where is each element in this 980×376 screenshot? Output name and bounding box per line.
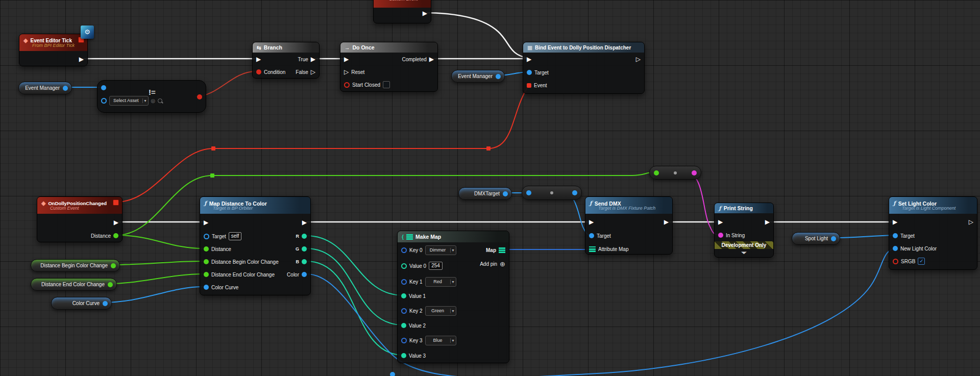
output-pin[interactable] — [103, 301, 108, 306]
value0-pin[interactable] — [401, 263, 407, 269]
key3-dropdown[interactable]: Blue ▾ — [425, 336, 456, 345]
value0-textbox[interactable]: 254 — [429, 262, 443, 270]
node-send-dmx[interactable]: ƒ Send DMX Target is DMX Fixture Patch ▶… — [585, 196, 673, 255]
node-do-once[interactable]: → Do Once ▶ ▶ Completed ▷ Reset Start Cl… — [340, 42, 438, 92]
exec-in-pin[interactable]: ▶ — [718, 219, 723, 225]
add-pin-icon[interactable]: ⊕ — [500, 261, 505, 267]
distance-pin[interactable] — [113, 233, 118, 238]
wire-b-value3[interactable] — [306, 261, 403, 355]
node-custom-event-top[interactable]: Custom Event ▶ — [373, 0, 431, 23]
delegate-pin[interactable] — [113, 199, 119, 206]
node-map-distance-to-color[interactable]: ƒ Map Distance To Color Target is BP Orb… — [200, 196, 311, 295]
wire-distance-mapdist[interactable] — [116, 235, 203, 248]
wire-spotlight-target[interactable] — [833, 235, 897, 238]
g-pin[interactable] — [302, 246, 307, 252]
exec-in-pin[interactable]: ▶ — [344, 56, 349, 62]
key2-dropdown[interactable]: Green ▾ — [425, 306, 456, 316]
collapsed-conv-float-to-string[interactable] — [649, 166, 701, 180]
wire-end-mapdist[interactable] — [108, 274, 203, 284]
target-pin[interactable] — [893, 233, 898, 238]
reroute-point-red-1[interactable] — [211, 146, 215, 151]
wire-curve-mapdist[interactable] — [103, 287, 203, 303]
condition-pin[interactable] — [256, 69, 261, 74]
variable-pill-distance-end[interactable]: Distance End Color Change — [31, 278, 117, 291]
input-a-pin[interactable] — [101, 85, 106, 90]
color-curve-pin[interactable] — [204, 285, 209, 290]
distance-pin[interactable] — [204, 246, 209, 252]
false-exec-pin[interactable]: ▷ — [311, 69, 315, 75]
value3-pin[interactable] — [401, 353, 406, 358]
node-bind-event[interactable]: ▦ Bind Event to Dolly Position Dispatche… — [523, 42, 645, 94]
exec-out-pin[interactable]: ▶ — [664, 219, 669, 225]
output-pin[interactable] — [63, 86, 68, 91]
output-pin[interactable] — [692, 170, 697, 176]
completed-exec-pin[interactable]: ▶ — [429, 56, 434, 62]
start-closed-pin[interactable] — [344, 82, 350, 88]
node-make-map[interactable]: { Make Map Key 0 Dimmer ▾ Map Value 0 25… — [397, 231, 509, 363]
wire-color-newlightcolor[interactable] — [306, 248, 897, 376]
key2-pin[interactable] — [401, 308, 407, 314]
value1-pin[interactable] — [401, 293, 406, 298]
start-closed-checkbox[interactable] — [383, 81, 390, 88]
begin-pin[interactable] — [204, 259, 209, 264]
key1-dropdown[interactable]: Red ▾ — [425, 277, 456, 287]
expand-chevron-icon[interactable]: ▾ — [674, 250, 815, 255]
in-string-pin[interactable] — [718, 233, 723, 238]
output-pin[interactable] — [108, 282, 113, 287]
event-delegate-pin[interactable] — [527, 83, 531, 88]
node-set-light-color[interactable]: ƒ Set Light Color Target is Light Compon… — [889, 196, 977, 270]
node-event-editor-tick[interactable]: ◈ Event Editor Tick From BPI Editor Tick… — [19, 34, 88, 66]
result-pin[interactable] — [197, 94, 202, 99]
output-pin[interactable] — [111, 263, 116, 268]
variable-pill-dmx-target[interactable]: DMXTarget — [458, 187, 512, 200]
wire-exec-customevent-bind[interactable] — [423, 13, 528, 58]
node-print-string[interactable]: ƒ Print String ▶ ▶ In String Development… — [714, 203, 774, 258]
exec-out-pin[interactable]: ▶ — [765, 219, 770, 225]
variable-pill-distance-begin[interactable]: Distance Begin Color Change — [31, 259, 120, 272]
exec-out-pin[interactable]: ▶ — [423, 10, 427, 16]
r-pin[interactable] — [302, 234, 307, 239]
exec-in-pin[interactable]: ▶ — [893, 219, 897, 225]
srgb-checkbox[interactable]: ✓ — [918, 258, 925, 265]
input-pin[interactable] — [526, 190, 531, 195]
node-branch[interactable]: ⇆ Branch ▶ ▶ True Condition ▷ False — [252, 42, 320, 79]
exec-out-pin[interactable]: ▷ — [636, 56, 641, 62]
b-pin[interactable] — [302, 259, 307, 264]
reset-exec-pin[interactable]: ▷ — [344, 69, 349, 75]
wire-begin-mapdist[interactable] — [111, 261, 203, 265]
exec-in-pin[interactable]: ▶ — [256, 56, 261, 62]
key1-pin[interactable] — [401, 279, 407, 285]
key3-pin[interactable] — [401, 338, 407, 343]
true-exec-pin[interactable]: ▶ — [311, 56, 315, 62]
reroute-point-red-2[interactable] — [486, 146, 491, 151]
exec-in-pin[interactable]: ▶ — [589, 219, 594, 225]
variable-pill-spot-light[interactable]: Spot Light — [792, 232, 840, 245]
map-out-pin[interactable] — [499, 247, 505, 253]
select-asset-dropdown[interactable]: Select Asset ▾ — [109, 96, 149, 106]
key0-pin[interactable] — [401, 247, 407, 253]
srgb-pin[interactable] — [893, 259, 898, 264]
blueprint-graph-canvas[interactable]: Custom Event ▶ ◈ Event Editor Tick From … — [0, 0, 980, 376]
target-pin[interactable] — [527, 70, 532, 75]
wire-g-value2[interactable] — [306, 248, 403, 325]
new-light-color-pin[interactable] — [893, 246, 898, 251]
output-pin[interactable] — [496, 74, 501, 79]
output-pin[interactable] — [572, 190, 577, 195]
exec-in-pin[interactable]: ▶ — [527, 56, 531, 62]
variable-pill-event-manager-2[interactable]: Event Manager — [451, 70, 505, 83]
collapsed-reroute-blue[interactable] — [522, 186, 582, 200]
exec-out-pin[interactable]: ▶ — [79, 56, 84, 62]
exec-out-pin[interactable]: ▶ — [114, 219, 118, 225]
variable-pill-color-curve[interactable]: Color Curve — [51, 297, 112, 310]
output-pin[interactable] — [503, 191, 508, 196]
target-self-textbox[interactable]: self — [229, 232, 242, 240]
color-pin[interactable] — [302, 272, 307, 277]
value2-pin[interactable] — [401, 323, 406, 328]
key0-dropdown[interactable]: Dimmer ▾ — [425, 245, 456, 255]
target-pin[interactable] — [589, 233, 594, 238]
attribute-map-pin[interactable] — [589, 246, 596, 252]
node-not-equal[interactable]: Select Asset ▾ ◎ != — [97, 80, 206, 113]
output-pin[interactable] — [831, 236, 836, 241]
exec-out-pin[interactable]: ▷ — [969, 219, 973, 225]
input-pin[interactable] — [654, 170, 659, 176]
